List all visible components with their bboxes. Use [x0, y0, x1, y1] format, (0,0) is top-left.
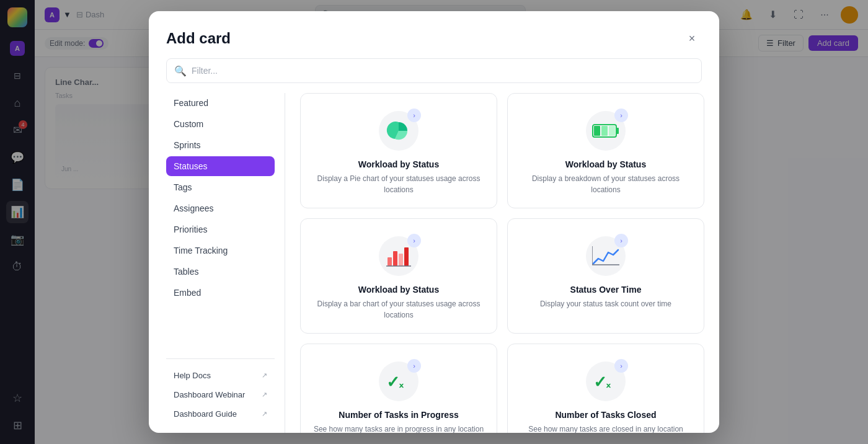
nav-item-featured[interactable]: Featured: [166, 93, 275, 113]
battery-icon: [592, 122, 619, 140]
card-nav-arrow-progress: ›: [407, 359, 421, 373]
svg-rect-5: [609, 126, 615, 136]
card-desc-closed: See how many tasks are closed in any loc…: [528, 424, 683, 433]
card-title-progress: Number of Tasks in Progress: [339, 410, 458, 420]
card-desc-bar: Display a bar chart of your statuses usa…: [313, 298, 484, 321]
card-icon-wrapper-line: ›: [586, 236, 626, 276]
card-icon-wrapper-progress: ✓ ₓ ›: [379, 362, 418, 401]
line-chart-icon: [592, 246, 619, 266]
modal-search-icon: 🔍: [174, 65, 187, 77]
svg-rect-2: [616, 128, 619, 134]
nav-dashboard-webinar[interactable]: Dashboard Webinar ↗: [166, 386, 275, 404]
checkmark-x-closed-icon: ✓ ₓ: [592, 370, 619, 393]
svg-rect-4: [601, 126, 608, 136]
card-title-bar: Workload by Status: [358, 285, 439, 295]
card-workload-battery[interactable]: › Workload by Status Display a breakdown…: [507, 93, 704, 208]
svg-text:✓: ✓: [386, 373, 400, 391]
nav-item-tables[interactable]: Tables: [166, 262, 275, 282]
card-icon-wrapper-battery: ›: [586, 111, 626, 151]
cards-grid: › Workload by Status Display a Pie chart…: [300, 93, 704, 433]
card-nav-arrow-bar: ›: [407, 234, 421, 247]
nav-item-custom[interactable]: Custom: [166, 114, 275, 134]
bar-chart-icon: [386, 245, 411, 267]
dashboard-guide-label: Dashboard Guide: [174, 409, 237, 419]
nav-item-sprints[interactable]: Sprints: [166, 135, 275, 155]
card-tasks-closed[interactable]: ✓ ₓ › Number of Tasks Closed See how man…: [507, 344, 704, 433]
modal-cards-area: › Workload by Status Display a Pie chart…: [285, 93, 719, 433]
card-desc-pie: Display a Pie chart of your statuses usa…: [313, 173, 484, 195]
modal-search-input[interactable]: [192, 66, 694, 76]
pie-chart-icon: [386, 118, 411, 143]
card-title-battery: Workload by Status: [565, 159, 646, 169]
card-nav-arrow-closed: ›: [614, 359, 628, 373]
external-link-icon: ↗: [262, 371, 267, 380]
card-tasks-in-progress[interactable]: ✓ ₓ › Number of Tasks in Progress See ho…: [300, 344, 497, 433]
nav-divider: [166, 358, 275, 359]
svg-text:ₓ: ₓ: [606, 378, 611, 390]
help-docs-label: Help Docs: [174, 371, 211, 380]
card-desc-battery: Display a breakdown of your statuses acr…: [520, 173, 691, 195]
svg-rect-3: [594, 126, 600, 136]
modal-body: Featured Custom Sprints Statuses Tags As…: [149, 93, 719, 433]
svg-rect-7: [393, 251, 397, 266]
nav-item-statuses[interactable]: Statuses: [166, 156, 275, 176]
card-nav-arrow-pie: ›: [407, 109, 421, 122]
svg-rect-6: [388, 257, 392, 266]
nav-help-docs[interactable]: Help Docs ↗: [166, 366, 275, 384]
card-title-line: Status Over Time: [570, 285, 642, 295]
svg-rect-9: [404, 247, 409, 266]
nav-item-priorities[interactable]: Priorities: [166, 220, 275, 239]
card-title-closed: Number of Tasks Closed: [555, 410, 656, 420]
svg-text:✓: ✓: [593, 373, 607, 391]
nav-item-assignees[interactable]: Assignees: [166, 198, 275, 218]
card-nav-arrow-line: ›: [614, 234, 628, 247]
modal-title: Add card: [166, 30, 231, 47]
card-icon-wrapper-bar: ›: [379, 236, 418, 276]
card-icon-wrapper-closed: ✓ ₓ ›: [586, 362, 626, 401]
card-title-pie: Workload by Status: [358, 159, 439, 169]
nav-footer: Help Docs ↗ Dashboard Webinar ↗ Dashboar…: [166, 366, 275, 423]
nav-item-embed[interactable]: Embed: [166, 283, 275, 303]
modal-overlay[interactable]: Add card × 🔍 Featured Custom Sprints Sta…: [0, 0, 868, 444]
modal-search-bar[interactable]: 🔍: [166, 58, 702, 83]
checkmark-x-progress-icon: ✓ ₓ: [385, 370, 412, 393]
nav-item-tags[interactable]: Tags: [166, 177, 275, 197]
card-workload-pie[interactable]: › Workload by Status Display a Pie chart…: [300, 93, 497, 208]
svg-text:ₓ: ₓ: [399, 378, 404, 390]
dashboard-webinar-label: Dashboard Webinar: [174, 390, 245, 399]
card-desc-line: Display your status task count over time: [540, 298, 671, 309]
nav-dashboard-guide[interactable]: Dashboard Guide ↗: [166, 405, 275, 423]
card-workload-bar[interactable]: › Workload by Status Display a bar chart…: [300, 218, 497, 334]
add-card-modal: Add card × 🔍 Featured Custom Sprints Sta…: [149, 11, 719, 433]
external-link-icon-3: ↗: [262, 410, 267, 418]
nav-item-time-tracking[interactable]: Time Tracking: [166, 241, 275, 260]
modal-nav: Featured Custom Sprints Statuses Tags As…: [149, 93, 285, 433]
card-icon-wrapper-pie: ›: [379, 111, 418, 151]
card-nav-arrow-battery: ›: [614, 109, 628, 122]
svg-rect-8: [399, 254, 403, 266]
card-desc-progress: See how many tasks are in progress in an…: [314, 424, 484, 433]
external-link-icon-2: ↗: [262, 391, 267, 399]
nav-items-list: Featured Custom Sprints Statuses Tags As…: [166, 93, 275, 351]
card-status-over-time[interactable]: › Status Over Time Display your status t…: [507, 218, 704, 334]
modal-close-button[interactable]: ×: [682, 29, 702, 48]
modal-header: Add card ×: [149, 11, 719, 58]
